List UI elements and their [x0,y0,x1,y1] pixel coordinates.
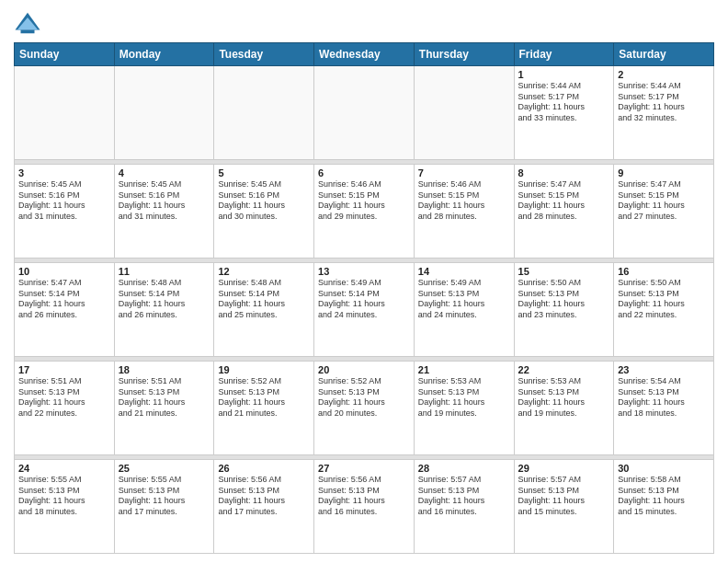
logo-area [14,9,45,37]
day-info: Sunrise: 5:57 AM Sunset: 5:13 PM Dayligh… [418,475,510,518]
weekday-header: Sunday [15,43,115,66]
day-info: Sunrise: 5:45 AM Sunset: 5:16 PM Dayligh… [218,179,310,223]
calendar-week-row: 10Sunrise: 5:47 AM Sunset: 5:14 PM Dayli… [15,263,714,357]
calendar-cell: 21Sunrise: 5:53 AM Sunset: 5:13 PM Dayli… [414,362,514,455]
day-info: Sunrise: 5:50 AM Sunset: 5:13 PM Dayligh… [618,278,710,321]
day-number: 18 [119,364,210,375]
day-number: 29 [518,463,610,474]
calendar-cell: 3Sunrise: 5:45 AM Sunset: 5:16 PM Daylig… [15,165,115,259]
day-number: 2 [618,69,710,80]
calendar-cell [114,66,214,160]
calendar-cell: 8Sunrise: 5:47 AM Sunset: 5:15 PM Daylig… [514,165,614,259]
calendar-week-row: 24Sunrise: 5:55 AM Sunset: 5:13 PM Dayli… [15,460,714,554]
day-info: Sunrise: 5:55 AM Sunset: 5:13 PM Dayligh… [18,475,110,518]
day-number: 19 [218,364,310,375]
calendar-cell: 5Sunrise: 5:45 AM Sunset: 5:16 PM Daylig… [214,165,314,259]
calendar-cell: 7Sunrise: 5:46 AM Sunset: 5:15 PM Daylig… [414,165,514,259]
day-number: 6 [318,167,410,178]
day-info: Sunrise: 5:49 AM Sunset: 5:13 PM Dayligh… [418,278,510,321]
calendar-cell: 22Sunrise: 5:53 AM Sunset: 5:13 PM Dayli… [514,362,614,455]
day-number: 11 [119,266,210,277]
calendar-cell: 26Sunrise: 5:56 AM Sunset: 5:13 PM Dayli… [214,460,314,554]
day-info: Sunrise: 5:57 AM Sunset: 5:13 PM Dayligh… [518,475,610,518]
page: SundayMondayTuesdayWednesdayThursdayFrid… [0,0,728,563]
calendar-cell [214,66,314,160]
calendar-cell: 13Sunrise: 5:49 AM Sunset: 5:14 PM Dayli… [314,263,415,357]
day-info: Sunrise: 5:52 AM Sunset: 5:13 PM Dayligh… [318,376,410,419]
day-info: Sunrise: 5:51 AM Sunset: 5:13 PM Dayligh… [18,376,110,419]
day-number: 20 [318,364,410,375]
day-number: 1 [518,69,610,80]
day-info: Sunrise: 5:53 AM Sunset: 5:13 PM Dayligh… [418,376,510,419]
calendar-header-row: SundayMondayTuesdayWednesdayThursdayFrid… [15,43,714,66]
day-number: 3 [18,167,110,178]
day-number: 14 [418,266,510,277]
day-info: Sunrise: 5:45 AM Sunset: 5:16 PM Dayligh… [119,179,210,223]
calendar-cell: 30Sunrise: 5:58 AM Sunset: 5:13 PM Dayli… [614,460,714,554]
calendar-cell: 16Sunrise: 5:50 AM Sunset: 5:13 PM Dayli… [614,263,714,357]
calendar-cell: 29Sunrise: 5:57 AM Sunset: 5:13 PM Dayli… [514,460,614,554]
day-info: Sunrise: 5:55 AM Sunset: 5:13 PM Dayligh… [119,475,210,518]
day-number: 8 [518,167,610,178]
calendar-cell: 23Sunrise: 5:54 AM Sunset: 5:13 PM Dayli… [614,362,714,455]
calendar-week-row: 3Sunrise: 5:45 AM Sunset: 5:16 PM Daylig… [15,165,714,259]
day-info: Sunrise: 5:47 AM Sunset: 5:15 PM Dayligh… [618,179,710,223]
day-info: Sunrise: 5:47 AM Sunset: 5:14 PM Dayligh… [18,278,110,321]
day-number: 13 [318,266,410,277]
calendar-cell: 4Sunrise: 5:45 AM Sunset: 5:16 PM Daylig… [114,165,214,259]
day-number: 30 [618,463,710,474]
day-info: Sunrise: 5:56 AM Sunset: 5:13 PM Dayligh… [218,475,310,518]
calendar-cell: 10Sunrise: 5:47 AM Sunset: 5:14 PM Dayli… [15,263,115,357]
day-number: 27 [318,463,410,474]
day-number: 17 [18,364,110,375]
day-info: Sunrise: 5:49 AM Sunset: 5:14 PM Dayligh… [318,278,410,321]
day-number: 23 [618,364,710,375]
day-info: Sunrise: 5:51 AM Sunset: 5:13 PM Dayligh… [119,376,210,419]
day-info: Sunrise: 5:44 AM Sunset: 5:17 PM Dayligh… [618,81,710,124]
day-number: 16 [618,266,710,277]
calendar-cell: 18Sunrise: 5:51 AM Sunset: 5:13 PM Dayli… [114,362,214,455]
calendar-cell: 28Sunrise: 5:57 AM Sunset: 5:13 PM Dayli… [414,460,514,554]
day-info: Sunrise: 5:47 AM Sunset: 5:15 PM Dayligh… [518,179,610,223]
day-info: Sunrise: 5:53 AM Sunset: 5:13 PM Dayligh… [518,376,610,419]
day-number: 24 [18,463,110,474]
day-info: Sunrise: 5:46 AM Sunset: 5:15 PM Dayligh… [318,179,410,223]
calendar-cell: 27Sunrise: 5:56 AM Sunset: 5:13 PM Dayli… [314,460,415,554]
calendar-table: SundayMondayTuesdayWednesdayThursdayFrid… [14,42,714,554]
day-info: Sunrise: 5:54 AM Sunset: 5:13 PM Dayligh… [618,376,710,419]
weekday-header: Friday [514,43,614,66]
svg-rect-3 [21,30,35,34]
day-number: 12 [218,266,310,277]
day-number: 26 [218,463,310,474]
weekday-header: Tuesday [214,43,314,66]
calendar-week-row: 17Sunrise: 5:51 AM Sunset: 5:13 PM Dayli… [15,362,714,455]
calendar-cell: 9Sunrise: 5:47 AM Sunset: 5:15 PM Daylig… [614,165,714,259]
calendar-week-row: 1Sunrise: 5:44 AM Sunset: 5:17 PM Daylig… [15,66,714,160]
day-info: Sunrise: 5:48 AM Sunset: 5:14 PM Dayligh… [119,278,210,321]
day-info: Sunrise: 5:48 AM Sunset: 5:14 PM Dayligh… [218,278,310,321]
calendar-cell: 2Sunrise: 5:44 AM Sunset: 5:17 PM Daylig… [614,66,714,160]
calendar-cell: 11Sunrise: 5:48 AM Sunset: 5:14 PM Dayli… [114,263,214,357]
weekday-header: Thursday [414,43,514,66]
day-info: Sunrise: 5:56 AM Sunset: 5:13 PM Dayligh… [318,475,410,518]
weekday-header: Saturday [614,43,714,66]
calendar-cell: 17Sunrise: 5:51 AM Sunset: 5:13 PM Dayli… [15,362,115,455]
day-number: 22 [518,364,610,375]
calendar-cell [15,66,115,160]
day-info: Sunrise: 5:45 AM Sunset: 5:16 PM Dayligh… [18,179,110,223]
day-number: 21 [418,364,510,375]
calendar-cell: 14Sunrise: 5:49 AM Sunset: 5:13 PM Dayli… [414,263,514,357]
calendar-cell [414,66,514,160]
day-info: Sunrise: 5:50 AM Sunset: 5:13 PM Dayligh… [518,278,610,321]
calendar-cell: 15Sunrise: 5:50 AM Sunset: 5:13 PM Dayli… [514,263,614,357]
day-number: 7 [418,167,510,178]
calendar-cell: 1Sunrise: 5:44 AM Sunset: 5:17 PM Daylig… [514,66,614,160]
day-number: 28 [418,463,510,474]
day-info: Sunrise: 5:44 AM Sunset: 5:17 PM Dayligh… [518,81,610,124]
day-info: Sunrise: 5:58 AM Sunset: 5:13 PM Dayligh… [618,475,710,518]
weekday-header: Wednesday [314,43,415,66]
calendar-cell [314,66,415,160]
day-number: 10 [18,266,110,277]
day-number: 5 [218,167,310,178]
calendar-cell: 12Sunrise: 5:48 AM Sunset: 5:14 PM Dayli… [214,263,314,357]
